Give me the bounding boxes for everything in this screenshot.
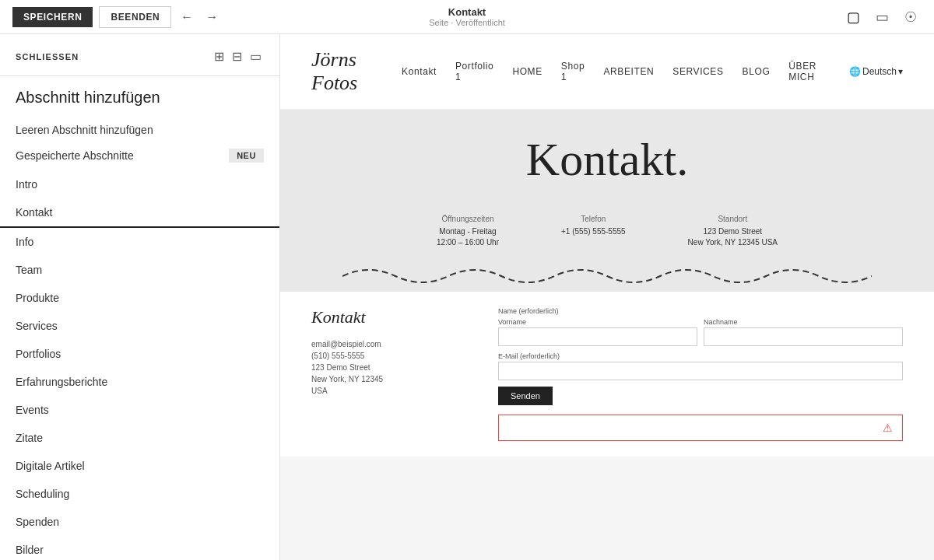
info-value-phone: +1 (555) 555-5555 [561,226,626,237]
info-item-phone: Telefon +1 (555) 555-5555 [561,215,626,248]
contact-street: 123 Demo Street [311,363,467,372]
language-label: Deutsch [862,66,897,77]
nav-link-portfolio[interactable]: Portfolio 1 [455,61,493,82]
close-panel-button[interactable]: SCHLIESSEN [16,52,79,61]
nav-link-home[interactable]: HOME [512,66,542,77]
panel-item-info[interactable]: Info [0,228,279,256]
top-bar-center: Kontakt Seite · Veröffentlicht [429,6,505,27]
info-item-location: Standort 123 Demo StreetNew York, NY 123… [688,215,778,248]
side-panel-content: Leeren Abschnitt hinzufügen Gespeicherte… [0,113,279,560]
side-panel-header: SCHLIESSEN ⊞ ⊟ ▭ [0,34,279,76]
grid-small-view-button[interactable]: ⊞ [212,47,226,66]
info-label-location: Standort [688,215,778,223]
error-icon: ⚠ [883,422,893,434]
contact-form-title: Kontakt [311,307,467,327]
top-bar-right: ▢ ▭ ☉ [842,5,922,29]
nav-link-uebermich[interactable]: ÜBER MICH [788,61,830,82]
panel-item-kontakt[interactable]: Kontakt [0,198,279,228]
panel-item-intro[interactable]: Intro [0,170,279,198]
panel-item-scheduling[interactable]: Scheduling [0,480,279,508]
info-label-hours: Öffnungszeiten [437,215,499,223]
nav-link-services[interactable]: SERVICES [672,66,723,77]
send-button[interactable]: Senden [498,387,553,405]
panel-item-bilder[interactable]: Bilder [0,536,279,560]
nav-link-shop1[interactable]: Shop 1 [561,61,585,82]
panel-item-erfahrungsberichte-label: Erfahrungsberichte [16,376,107,388]
list-view-button[interactable]: ▭ [248,47,264,66]
panel-item-spenden[interactable]: Spenden [0,508,279,536]
contact-country: USA [311,387,467,395]
panel-item-zitate-label: Zitate [16,432,43,444]
neu-button[interactable]: NEU [229,149,264,163]
panel-item-bilder-label: Bilder [16,544,44,556]
panel-item-info-label: Info [16,236,33,248]
kontakt-page-title: Kontakt. [280,133,934,187]
more-options-button[interactable]: ☉ [900,5,922,29]
website-nav-links: Kontakt Portfolio 1 HOME Shop 1 ARBEITEN… [402,61,903,82]
last-name-input[interactable] [704,327,903,346]
dashed-wave [280,261,934,292]
empty-section-item[interactable]: Leeren Abschnitt hinzufügen [0,119,279,141]
desktop-view-button[interactable]: ▢ [842,5,865,29]
first-name-input[interactable] [498,327,697,346]
saved-sections-item[interactable]: Gespeicherte Abschnitte NEU [0,141,279,170]
panel-item-spenden-label: Spenden [16,516,59,528]
panel-item-events-label: Events [16,404,49,416]
page-status: Seite · Veröffentlicht [429,18,505,27]
panel-item-services[interactable]: Services [0,312,279,340]
main-area: SCHLIESSEN ⊞ ⊟ ▭ Abschnitt hinzufügen Le… [0,34,934,560]
first-name-label: Vorname [498,318,697,326]
info-label-phone: Telefon [561,215,626,223]
contact-email: email@beispiel.com [311,340,467,348]
panel-item-erfahrungsberichte[interactable]: Erfahrungsberichte [0,368,279,396]
kontakt-header: Kontakt. [280,110,934,202]
last-name-label: Nachname [704,318,903,326]
language-selector[interactable]: 🌐 Deutsch ▾ [849,66,903,77]
top-bar: SPEICHERN BEENDEN ← → Kontakt Seite · Ve… [0,0,934,34]
panel-item-produkte-label: Produkte [16,292,59,304]
panel-item-portfolios[interactable]: Portfolios [0,340,279,368]
page-title: Kontakt [429,6,505,18]
contact-left: Kontakt email@beispiel.com (510) 555-555… [311,307,467,441]
info-item-hours: Öffnungszeiten Montag - Freitag12:00 – 1… [437,215,499,248]
redo-button[interactable]: → [202,7,221,27]
nav-link-arbeiten[interactable]: ARBEITEN [604,66,655,77]
contact-form-section: Kontakt email@beispiel.com (510) 555-555… [280,292,934,457]
nav-link-blog[interactable]: BLOG [743,66,771,77]
save-button[interactable]: SPEICHERN [12,7,93,27]
end-button[interactable]: BEENDEN [99,6,171,28]
info-row: Öffnungszeiten Montag - Freitag12:00 – 1… [280,202,934,261]
top-bar-left: SPEICHERN BEENDEN ← → [12,6,221,28]
error-box: ⚠ [498,415,903,441]
saved-sections-label: Gespeicherte Abschnitte [16,149,134,162]
panel-item-produkte[interactable]: Produkte [0,284,279,312]
info-value-location: 123 Demo StreetNew York, NY 12345 USA [688,226,778,248]
email-input[interactable] [498,362,903,380]
panel-item-portfolios-label: Portfolios [16,348,61,360]
contact-city: New York, NY 12345 [311,375,467,383]
nav-link-kontakt[interactable]: Kontakt [402,66,437,77]
tablet-view-button[interactable]: ▭ [871,5,894,29]
undo-button[interactable]: ← [177,7,196,27]
name-required-label: Name (erforderlich) [498,307,903,315]
last-name-group: Nachname [704,318,903,346]
panel-item-events[interactable]: Events [0,396,279,424]
panel-item-digitale-artikel[interactable]: Digitale Artikel [0,452,279,480]
grid-large-view-button[interactable]: ⊟ [230,47,244,66]
email-label: E-Mail (erforderlich) [498,352,903,360]
preview-content: Kontakt. Öffnungszeiten Montag - Freitag… [280,110,934,560]
panel-item-intro-label: Intro [16,178,37,191]
panel-item-zitate[interactable]: Zitate [0,424,279,452]
panel-item-team-label: Team [16,264,42,276]
view-icons: ⊞ ⊟ ▭ [212,47,264,66]
panel-item-kontakt-label: Kontakt [16,206,52,219]
add-section-title: Abschnitt hinzufügen [0,76,279,113]
contact-right: Name (erforderlich) Vorname Nachname [498,307,903,441]
panel-item-team[interactable]: Team [0,256,279,284]
panel-item-scheduling-label: Scheduling [16,488,69,500]
first-name-group: Vorname [498,318,697,346]
website-nav: Jörns Fotos Kontakt Portfolio 1 HOME Sho… [280,34,934,110]
panel-item-digitale-artikel-label: Digitale Artikel [16,460,85,472]
name-row: Vorname Nachname [498,318,903,346]
info-value-hours: Montag - Freitag12:00 – 16:00 Uhr [437,226,499,248]
